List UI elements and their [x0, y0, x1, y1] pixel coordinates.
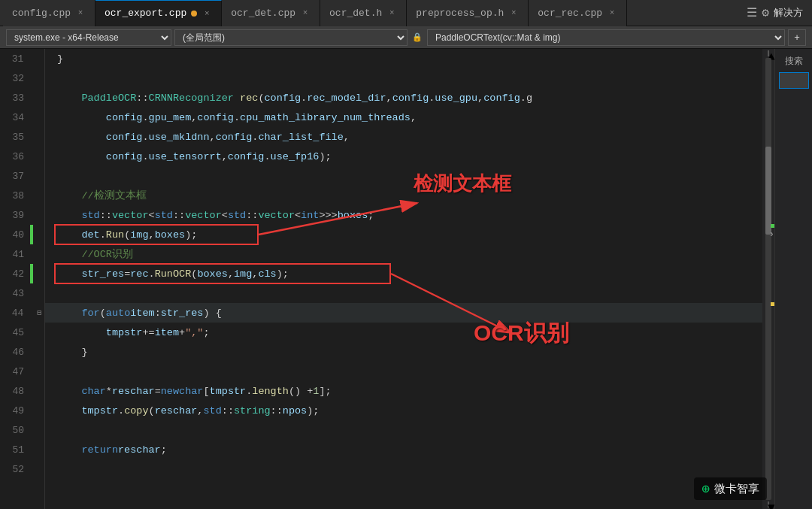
line-row: 50	[0, 420, 44, 440]
line-number: 41	[0, 249, 29, 260]
tab-list-icon[interactable]: ☰	[747, 5, 757, 20]
code-text: std	[203, 405, 221, 417]
code-line-51: return reschar ;	[45, 440, 762, 459]
code-line-35: config . use_mkldnn , config . char_list…	[45, 127, 762, 147]
code-text: :	[155, 308, 161, 319]
line-number: 40	[0, 229, 29, 241]
line-number: 33	[0, 92, 29, 104]
code-text: reschar	[155, 405, 198, 417]
code-text: config	[216, 132, 253, 143]
code-text	[57, 327, 106, 338]
tab-ocr-export-cpp[interactable]: ocr_export.cpp ×	[95, 0, 222, 26]
right-sidebar: 搜索 ›	[774, 49, 812, 509]
code-editor[interactable]: } PaddleOCR :: CRNNRecognizer rec ( conf…	[45, 49, 762, 509]
tab-ocr-det-cpp[interactable]: ocr_det.cpp ×	[222, 0, 320, 26]
search-label: 搜索	[785, 52, 803, 71]
code-text: ::	[271, 405, 283, 417]
tab-config-cpp[interactable]: config.cpp ×	[3, 0, 95, 26]
search-box[interactable]	[779, 72, 809, 89]
scroll-down-btn[interactable]: ▼	[768, 501, 769, 507]
paddle-icon: 🔒	[411, 32, 424, 42]
panel-collapse-arrow[interactable]: ›	[769, 229, 774, 240]
code-text: tmpstr	[81, 405, 118, 417]
main-area: 31 32 33 34 35 36 37	[0, 49, 812, 509]
tab-settings-icon[interactable]: ⚙	[762, 5, 769, 20]
code-line-47	[45, 362, 762, 381]
code-line-43	[45, 283, 762, 303]
tab-preprocess-op-h[interactable]: preprocess_op.h ×	[407, 0, 529, 26]
toolbar: system.exe - x64-Release (全局范围) 🔒 Paddle…	[0, 26, 812, 49]
scope-selector[interactable]: (全局范围)	[174, 29, 408, 46]
code-line-33: PaddleOCR :: CRNNRecognizer rec ( config…	[45, 88, 762, 108]
code-text: *	[106, 386, 112, 397]
scrollbar-thumb[interactable]	[765, 147, 771, 235]
code-line-39: std :: vector < std :: vector < std :: v…	[45, 205, 762, 225]
code-text: for	[81, 308, 99, 319]
code-text: Run	[106, 229, 124, 241]
line-row: 32	[0, 68, 44, 88]
code-text: ,	[477, 92, 483, 104]
code-text: ,	[344, 132, 350, 143]
tab-label: ocr_export.cpp	[105, 8, 186, 19]
function-selector[interactable]: PaddleOCRText(cv::Mat & img)	[427, 29, 785, 46]
line-number: 35	[0, 132, 29, 143]
code-line-50	[45, 420, 762, 440]
project-selector[interactable]: system.exe - x64-Release	[6, 29, 171, 46]
code-text: config	[483, 92, 520, 104]
watermark-text: 微卡智享	[714, 482, 759, 496]
line-gutter: 31 32 33 34 35 36 37	[0, 49, 45, 509]
tab-close-icon[interactable]: ×	[201, 9, 212, 18]
code-text: reschar	[112, 386, 155, 397]
code-text: str_res	[161, 308, 204, 319]
tab-close-icon[interactable]: ×	[75, 8, 86, 17]
code-text: <	[149, 210, 155, 221]
code-text: ;	[203, 327, 209, 338]
minimap-marker-green	[771, 224, 774, 228]
tab-close-icon[interactable]: ×	[508, 8, 519, 17]
tab-close-icon[interactable]: ×	[300, 8, 311, 17]
code-text: config	[106, 112, 143, 123]
code-text: [	[203, 386, 209, 397]
code-line-37	[45, 166, 762, 186]
scroll-up-btn[interactable]: ▲	[768, 50, 769, 56]
code-text: tmpstr	[106, 327, 143, 338]
code-text: std	[81, 210, 99, 221]
code-text: .	[234, 112, 240, 123]
scrollbar-track[interactable]	[765, 58, 771, 500]
code-text: config	[106, 132, 143, 143]
code-text: auto	[106, 308, 130, 319]
tab-close-icon[interactable]: ×	[607, 8, 617, 17]
code-text: +	[179, 327, 185, 338]
code-text: det	[81, 229, 99, 241]
line-row: 38	[0, 186, 44, 205]
add-button[interactable]: +	[788, 29, 806, 46]
code-text: use_mkldnn	[149, 132, 210, 143]
code-text: .	[264, 151, 270, 162]
code-text: ::	[246, 210, 258, 221]
line-row: 52	[0, 459, 44, 479]
code-text: (	[149, 405, 155, 417]
tab-label: config.cpp	[12, 8, 71, 19]
code-text	[57, 249, 81, 260]
code-text: rec_model_dir	[307, 92, 386, 104]
line-row: 34	[0, 108, 44, 127]
line-row: 47	[0, 362, 44, 381]
code-text: <	[295, 210, 301, 221]
tab-close-icon[interactable]: ×	[386, 8, 397, 17]
collapse-btn[interactable]: ⊟	[34, 308, 44, 318]
tab-ocr-det-h[interactable]: ocr_det.h ×	[320, 0, 407, 26]
tab-ocr-rec-cpp[interactable]: ocr_rec.cpp ×	[529, 0, 627, 26]
line-row: 45	[0, 323, 44, 342]
code-text	[57, 151, 106, 162]
code-line-34: config . gpu_mem , config . cpu_math_lib…	[45, 108, 762, 127]
code-text: ) {	[203, 308, 221, 319]
line-number: 45	[0, 327, 29, 338]
line-number: 47	[0, 366, 29, 377]
line-number: 31	[0, 53, 28, 65]
code-text: gpu_mem	[149, 112, 192, 123]
code-text: .	[142, 112, 148, 123]
code-text: .	[142, 151, 148, 162]
code-text: img	[130, 229, 148, 241]
code-text: string	[234, 405, 271, 417]
code-text	[57, 92, 81, 104]
